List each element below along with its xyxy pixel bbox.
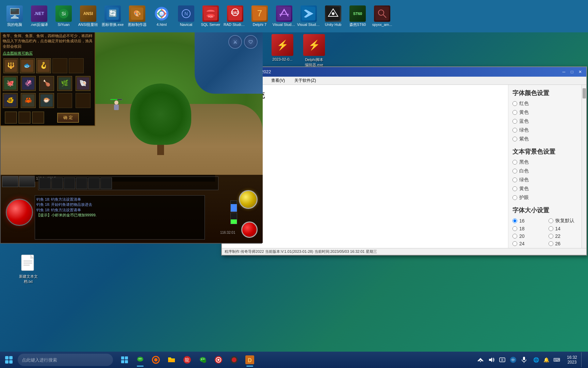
tray-icon-5[interactable] — [519, 355, 529, 365]
tray-icon-1[interactable] — [476, 355, 485, 365]
hotbar-slot-5[interactable] — [88, 178, 100, 189]
settings-minimize-button[interactable]: ─ — [560, 68, 567, 75]
shop-item-7[interactable]: 🦀 — [21, 93, 36, 108]
taskbar-icon-ansi[interactable]: ANSI ANSI批量转 — [76, 2, 100, 31]
font-size-18-radio[interactable] — [512, 226, 517, 231]
bg-color-eye-care-radio[interactable] — [512, 195, 517, 200]
bg-color-black[interactable]: 黑色 — [512, 159, 582, 165]
shop-item-3[interactable]: 🍗 — [39, 76, 54, 91]
font-color-yellow-radio[interactable] — [512, 110, 517, 115]
font-color-red[interactable]: 红色 — [512, 101, 582, 107]
tray-icon-2[interactable] — [487, 355, 496, 365]
font-size-26-radio[interactable] — [549, 241, 553, 246]
settings-maximize-button[interactable]: □ — [569, 68, 575, 75]
taskbar-icon-dotnet[interactable]: .NET .net反编译 — [27, 2, 51, 31]
bg-color-yellow[interactable]: 黄色 — [512, 186, 582, 192]
taskbar-icon-icon-maker[interactable]: 🎨 图标制作器 — [125, 2, 149, 31]
bg-color-green[interactable]: 绿色 — [512, 177, 582, 183]
shop-item-empty-1[interactable] — [57, 93, 72, 108]
taskbar-clock[interactable]: 16:32 2023 — [564, 355, 580, 365]
action-slot-1[interactable] — [5, 111, 17, 124]
game-red-button[interactable] — [241, 221, 258, 238]
taskbar-icon-my-computer[interactable]: 🖥️ 我的电脑 — [3, 2, 27, 31]
corner-btn-1[interactable] — [2, 176, 18, 187]
tray-extra-3[interactable]: ⌨ — [552, 355, 561, 365]
font-size-24-radio[interactable] — [512, 241, 517, 246]
taskbar-icon-icon-replace[interactable]: 🔄 图标替换.exe — [101, 2, 125, 31]
taskbar-icon-delphi[interactable]: 7 Delphi 7 — [248, 2, 272, 31]
bg-color-white[interactable]: 白色 — [512, 168, 582, 174]
taskbar-icon-rad[interactable]: RAD RAD Studio 11 — [223, 2, 247, 31]
shop-item-5[interactable]: 🐚 — [76, 76, 91, 91]
tray-extra-1[interactable]: 🌐 — [532, 355, 541, 365]
shop-confirm-button[interactable]: 确 定 — [57, 113, 79, 123]
font-size-20-radio[interactable] — [512, 234, 517, 239]
taskbar-icon-vs2022[interactable]: Visual Studio 2022 — [272, 2, 296, 31]
menu-view[interactable]: 查看(V) — [269, 77, 287, 84]
taskbar-icon-sql[interactable]: SQL SQL Server — [199, 2, 223, 31]
bg-color-yellow-radio[interactable] — [512, 186, 517, 191]
font-size-22-radio[interactable] — [549, 234, 553, 239]
bg-color-eye-care[interactable]: 护眼 — [512, 195, 582, 201]
font-color-blue-radio[interactable] — [512, 119, 517, 124]
shop-item-2[interactable]: 🦑 — [21, 76, 36, 91]
yellow-orb[interactable] — [239, 190, 258, 209]
shop-slot-empty-1[interactable] — [52, 58, 67, 73]
file-explorer-button[interactable] — [164, 352, 179, 367]
font-size-24[interactable]: 24 — [512, 241, 546, 246]
shop-tool-3[interactable]: 🪝 — [36, 58, 51, 73]
font-size-14[interactable]: 14 — [549, 226, 583, 231]
game-action-btn-2[interactable]: 🛡 — [244, 35, 258, 49]
menu-about[interactable]: 关于软件(Z) — [292, 77, 318, 84]
hotbar-slot-1[interactable] — [39, 178, 51, 189]
hotbar-slot-3[interactable] — [64, 178, 75, 189]
action-slot-2[interactable] — [18, 111, 31, 124]
tray-icon-3[interactable]: 英 — [497, 355, 507, 365]
shop-tool-2[interactable]: 🐟 — [20, 58, 35, 73]
shop-tool-1[interactable]: 🔱 — [3, 58, 18, 73]
taskbar-icon-seran[interactable]: ST60 森然ST60 — [346, 2, 370, 31]
wechat-button[interactable] — [133, 352, 148, 367]
hotbar-slot-6[interactable] — [100, 178, 112, 189]
font-color-purple-radio[interactable] — [512, 137, 517, 141]
font-size-16-radio[interactable] — [512, 218, 517, 223]
desktop-icon-delphi-editor[interactable]: ⚡ Delphi脚本编辑器.exe — [299, 34, 329, 67]
hotbar-slot-4[interactable] — [76, 178, 87, 189]
tray-extra-2[interactable]: 🔔 — [542, 355, 551, 365]
shop-slot-empty-2[interactable] — [69, 58, 84, 73]
font-size-default[interactable]: 恢复默认 — [549, 218, 583, 224]
delphi-taskbar-button[interactable]: D — [242, 352, 257, 367]
taskbar-search-input[interactable] — [18, 354, 113, 366]
font-size-18[interactable]: 18 — [512, 226, 546, 231]
red-orb[interactable] — [6, 199, 33, 226]
scrollbar-thumb[interactable] — [583, 88, 586, 98]
taskbar-icon-siyuan[interactable]: Si SiYuan — [52, 2, 76, 31]
wechat2-button[interactable] — [195, 352, 210, 367]
start-button[interactable] — [1, 352, 16, 367]
taskbar-icon-chrome[interactable]: G 4.html — [150, 2, 174, 31]
shop-item-8[interactable]: 🐡 — [39, 93, 54, 108]
game-action-btn-1[interactable]: ⚔ — [228, 35, 242, 49]
font-color-green-radio[interactable] — [512, 128, 517, 133]
tray-icon-4[interactable]: 中 — [508, 355, 518, 365]
shop-item-1[interactable]: 🐙 — [3, 76, 18, 91]
font-size-14-radio[interactable] — [549, 226, 553, 231]
shop-item-empty-2[interactable] — [76, 93, 91, 108]
font-color-red-radio[interactable] — [512, 101, 517, 106]
font-size-20[interactable]: 20 — [512, 233, 546, 239]
taskbar-icon-vscode[interactable]: Visual Studio Code — [297, 2, 321, 31]
font-size-16[interactable]: 16 — [512, 218, 546, 224]
taskbar-icon-navicat[interactable]: N Navicat — [174, 2, 198, 31]
hotbar-slot-2[interactable] — [51, 178, 63, 189]
browser-button[interactable] — [148, 352, 163, 367]
dragon-button[interactable]: 龍 — [180, 352, 195, 367]
font-color-yellow[interactable]: 黄色 — [512, 109, 582, 116]
shop-item-6[interactable]: 🐠 — [3, 93, 18, 108]
font-size-default-radio[interactable] — [549, 218, 553, 223]
action-slot-3[interactable] — [32, 111, 44, 124]
corner-btn-2[interactable] — [19, 176, 35, 187]
task-view-button[interactable] — [117, 352, 132, 367]
desktop-icon-new-text[interactable]: 新建文本文档.txt — [13, 252, 44, 284]
taskbar-icon-unity[interactable]: Unity Hub — [321, 2, 345, 31]
shop-item-4[interactable]: 🌿 — [57, 76, 72, 91]
